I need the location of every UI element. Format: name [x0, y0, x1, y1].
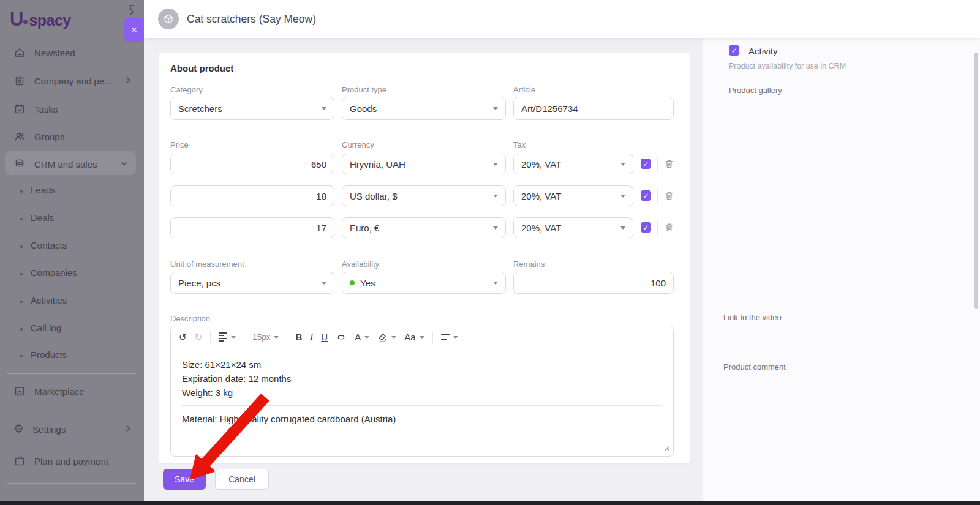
activity-hint: Product availability for use in CRM [729, 62, 846, 70]
sidebar-item-label: Company and pe... [34, 76, 112, 86]
section-title: About product [170, 63, 233, 73]
close-sidebar-button[interactable]: × [124, 17, 144, 42]
sidebar-item-label: Settings [32, 424, 66, 435]
package-icon [163, 13, 174, 24]
price-input[interactable]: 17 [170, 217, 334, 238]
remains-value: 100 [650, 278, 666, 288]
tax-select[interactable]: 20%, VAT [513, 217, 633, 238]
right-panel [703, 38, 980, 501]
unit-label: Unit of measurement [170, 260, 244, 269]
product-type-select[interactable]: Goods [342, 97, 506, 120]
product-type-value: Goods [350, 103, 377, 114]
cancel-label: Cancel [228, 474, 255, 484]
sidebar-item-marketplace[interactable]: Marketplace [13, 384, 85, 398]
divider [7, 483, 136, 484]
caret-down-icon [493, 282, 498, 285]
sidebar-item-tasks[interactable]: Tasks [13, 102, 58, 116]
divider [287, 331, 287, 344]
link-icon[interactable] [336, 332, 347, 342]
sidebar-item-settings[interactable]: ⚙ Settings [13, 422, 66, 436]
sidebar-item-crm-and-sales[interactable]: CRM and sales [13, 157, 97, 171]
caret-down-icon [391, 336, 396, 339]
chevron-right-icon [124, 76, 132, 84]
building-icon [13, 75, 26, 87]
bullet-dot [20, 218, 23, 220]
availability-green-dot [350, 280, 355, 285]
bullet-dot [20, 245, 23, 248]
sidebar-item-contacts[interactable]: Contacts [31, 240, 67, 250]
video-link-label: Link to the video [723, 313, 782, 322]
description-editor[interactable]: ↺ ↻ 15px B I U A Aa Size: 61×21×24 sm Ex… [170, 326, 674, 457]
font-size-value: 15px [252, 332, 270, 342]
price-row-checkbox[interactable]: ✓ [641, 222, 651, 233]
logo-u-glyph: U [10, 9, 23, 31]
currency-select[interactable]: Hryvnia, UAH [342, 154, 506, 174]
product-avatar [158, 9, 179, 29]
sidebar-item-deals[interactable]: Deals [31, 212, 54, 223]
bold-button[interactable]: B [295, 332, 302, 342]
availability-select[interactable]: Yes [342, 272, 506, 294]
price-row-checkbox[interactable]: ✓ [641, 190, 651, 201]
sidebar-item-activities[interactable]: Activities [31, 295, 67, 305]
price-row-checkbox[interactable]: ✓ [641, 159, 651, 169]
font-size-select[interactable]: 15px [252, 332, 279, 342]
redo-icon[interactable]: ↻ [195, 332, 203, 343]
sidebar-item-plan-and-payment[interactable]: Plan and payment [13, 454, 108, 468]
activity-checkbox[interactable]: ✓ [729, 45, 739, 56]
tax-select[interactable]: 20%, VAT [513, 154, 633, 174]
sidebar-item-call-log[interactable]: Call log [31, 323, 61, 333]
database-icon [13, 158, 26, 170]
tax-select[interactable]: 20%, VAT [513, 185, 633, 206]
description-line: Material: High-quality corrugated cardbo… [182, 412, 662, 426]
sidebar-item-newsfeed[interactable]: Newsfeed [13, 46, 75, 59]
delete-price-row-button[interactable] [664, 190, 674, 203]
save-label: Save [175, 474, 194, 484]
line-height-icon[interactable] [219, 331, 236, 343]
unit-select[interactable]: Piece, pcs [170, 272, 334, 294]
sidebar-item-companies[interactable]: Companies [31, 267, 77, 278]
undo-icon[interactable]: ↺ [179, 332, 187, 343]
underline-button[interactable]: U [321, 332, 328, 342]
text-case-button[interactable]: Aa [404, 332, 424, 342]
remains-input[interactable]: 100 [513, 272, 674, 294]
article-input[interactable]: Art/D1256734 [513, 97, 674, 120]
availability-value: Yes [360, 278, 375, 288]
caret-down-icon [420, 336, 424, 339]
divider [170, 130, 674, 130]
price-value: 650 [311, 159, 326, 170]
sidebar-item-products[interactable]: Products [31, 350, 67, 360]
align-button[interactable] [441, 332, 458, 342]
sidebar-item-company[interactable]: Company and pe... [13, 74, 112, 88]
sidebar-item-leads[interactable]: Leads [31, 185, 56, 195]
bullet-dot [20, 273, 23, 275]
check-icon: ✓ [643, 223, 649, 232]
resize-handle[interactable] [665, 443, 670, 454]
divider [7, 410, 136, 410]
font-color-button[interactable]: A [355, 332, 369, 342]
delete-price-row-button[interactable] [664, 222, 674, 235]
currency-select[interactable]: US dollar, $ [342, 185, 506, 206]
delete-price-row-button[interactable] [664, 159, 674, 171]
close-icon: × [131, 24, 137, 36]
caret-down-icon [620, 163, 625, 166]
category-select[interactable]: Scretchers [170, 97, 334, 120]
price-input[interactable]: 18 [170, 185, 334, 206]
check-icon: ✓ [643, 192, 649, 200]
scrollbar[interactable] [974, 53, 978, 309]
highlight-color-button[interactable] [377, 332, 396, 342]
activity-label: Activity [748, 46, 778, 56]
gallery-label: Product gallery [729, 86, 782, 95]
italic-button[interactable]: I [310, 332, 313, 342]
sidebar-item-label: Marketplace [34, 386, 85, 397]
caret-down-icon [493, 163, 498, 166]
save-button[interactable]: Save [163, 469, 206, 490]
description-content[interactable]: Size: 61×21×24 sm Expiration date: 12 mo… [171, 348, 673, 435]
cancel-button[interactable]: Cancel [215, 469, 269, 490]
price-input[interactable]: 650 [170, 154, 334, 174]
pin-icon[interactable] [126, 4, 137, 18]
sidebar-item-groups[interactable]: Groups [13, 130, 64, 143]
caret-down-icon [620, 226, 625, 230]
category-value: Scretchers [178, 103, 222, 114]
currency-select[interactable]: Euro, € [342, 217, 506, 238]
text-case-label: Aa [404, 332, 415, 342]
